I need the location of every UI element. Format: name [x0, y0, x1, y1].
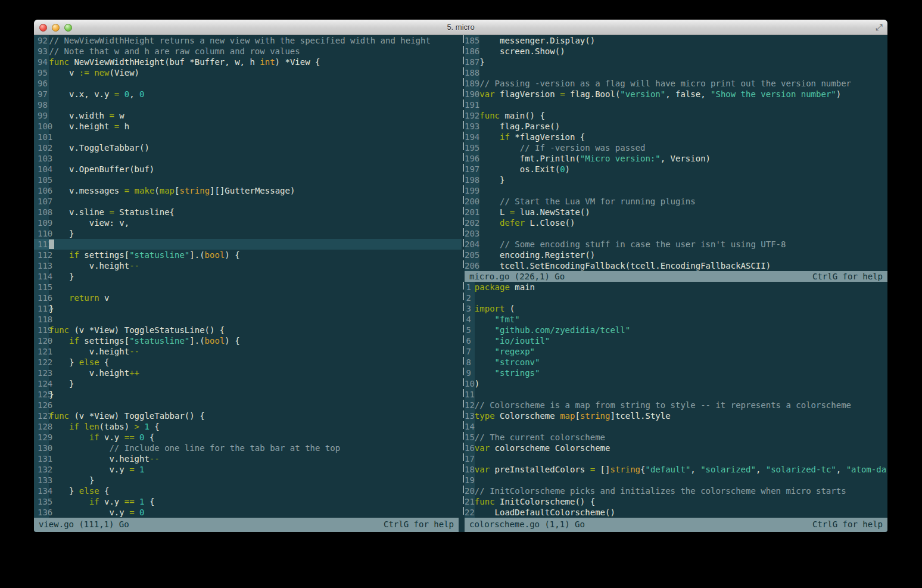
pane-micro-go[interactable]: 185 messenger.Display()186 screen.Show()…	[462, 35, 887, 271]
code-line[interactable]: 112 if settings["statusline"].(bool) {	[34, 250, 462, 260]
code-line[interactable]: 113 v.height--	[34, 260, 462, 271]
code-line[interactable]: 188	[462, 67, 887, 78]
code-line[interactable]: 133 }	[34, 475, 462, 486]
code-line[interactable]: 111	[34, 239, 462, 250]
code-line[interactable]: 105	[34, 175, 462, 185]
code-line[interactable]: 135 if v.y == 1 {	[34, 496, 462, 507]
code-line[interactable]: 134 } else {	[34, 486, 462, 496]
code-line[interactable]: 205 encoding.Register()	[462, 250, 887, 260]
code-line[interactable]: 122 } else {	[34, 357, 462, 368]
code-line[interactable]: 187}	[462, 57, 887, 67]
code-line[interactable]: 20// InitColorscheme picks and initializ…	[462, 486, 887, 496]
code-line[interactable]: 129 if v.y == 0 {	[34, 432, 462, 443]
code-line[interactable]: 189// Passing -version as a flag will ha…	[462, 78, 887, 89]
code-line[interactable]: 107	[34, 196, 462, 207]
code-line[interactable]: 121 v.height--	[34, 346, 462, 357]
code-line[interactable]: 198 }	[462, 175, 887, 185]
code-line[interactable]: 9 "strings"	[462, 368, 887, 378]
code-line[interactable]: 136 v.y = 0	[34, 507, 462, 518]
code-line[interactable]: 192func main() {	[462, 110, 887, 121]
code-line[interactable]: 11	[462, 389, 887, 400]
code-line[interactable]: 8 "strconv"	[462, 357, 887, 368]
code-line[interactable]: 125}	[34, 389, 462, 400]
code-line[interactable]: 19	[462, 475, 887, 486]
code-line[interactable]: 2	[462, 293, 887, 303]
code-line[interactable]: 93// Note that w and h are raw column an…	[34, 46, 462, 57]
code-line[interactable]: 12// Colorscheme is a map from string to…	[462, 400, 887, 410]
code-line[interactable]: 96	[34, 78, 462, 89]
code-line[interactable]: 186 screen.Show()	[462, 46, 887, 57]
code-line[interactable]: 200 // Start the Lua VM for running plug…	[462, 196, 887, 207]
zoom-button[interactable]	[64, 24, 72, 32]
code-line[interactable]: 201 L = lua.NewState()	[462, 207, 887, 217]
code-line[interactable]: 130 // Include one line for the tab bar …	[34, 443, 462, 453]
code-line[interactable]: 99 v.width = w	[34, 110, 462, 121]
code-line[interactable]: 131 v.height--	[34, 453, 462, 464]
code-line[interactable]: 202 defer L.Close()	[462, 217, 887, 228]
code-line[interactable]: 108 v.sline = Statusline{	[34, 207, 462, 217]
code-line[interactable]: 197 os.Exit(0)	[462, 164, 887, 175]
code-line[interactable]: 4 "fmt"	[462, 314, 887, 325]
code-text: // Include one line for the tab bar at t…	[49, 443, 462, 453]
code-line[interactable]: 6 "io/ioutil"	[462, 335, 887, 346]
code-line[interactable]: 95 v := new(View)	[34, 67, 462, 78]
code-line[interactable]: 193 flag.Parse()	[462, 121, 887, 132]
code-line[interactable]: 10)	[462, 378, 887, 389]
code-line[interactable]: 106 v.messages = make(map[string][]Gutte…	[34, 185, 462, 196]
code-line[interactable]: 128 if len(tabs) > 1 {	[34, 421, 462, 432]
code-line[interactable]: 101	[34, 132, 462, 142]
code-line[interactable]: 191	[462, 99, 887, 110]
pane-view-go[interactable]: 92// NewViewWidthHeight returns a new vi…	[34, 35, 462, 518]
code-line[interactable]: 203	[462, 228, 887, 239]
code-line[interactable]: 194 if *flagVersion {	[462, 132, 887, 142]
code-line[interactable]: 5 "github.com/zyedidia/tcell"	[462, 325, 887, 335]
code-line[interactable]: 104 v.OpenBuffer(buf)	[34, 164, 462, 175]
code-line[interactable]: 124 }	[34, 378, 462, 389]
code-line[interactable]: 132 v.y = 1	[34, 464, 462, 475]
code-line[interactable]: 196 fmt.Println("Micro version:", Versio…	[462, 153, 887, 164]
code-line[interactable]: 22 LoadDefaultColorscheme()	[462, 507, 887, 518]
close-button[interactable]	[39, 24, 47, 32]
code-line[interactable]: 109 view: v,	[34, 217, 462, 228]
code-line[interactable]: 15// The current colorscheme	[462, 432, 887, 443]
code-line[interactable]: 3import (	[462, 303, 887, 314]
code-line[interactable]: 100 v.height = h	[34, 121, 462, 132]
resize-icon[interactable]: ⤢	[876, 22, 883, 33]
code-line[interactable]: 116 return v	[34, 293, 462, 303]
code-line[interactable]: 16var colorscheme Colorscheme	[462, 443, 887, 453]
code-line[interactable]: 97 v.x, v.y = 0, 0	[34, 89, 462, 99]
code-line[interactable]: 110 }	[34, 228, 462, 239]
code-line[interactable]: 92// NewViewWidthHeight returns a new vi…	[34, 35, 462, 46]
code-line[interactable]: 1package main	[462, 282, 887, 293]
code-line[interactable]: 94func NewViewWidthHeight(buf *Buffer, w…	[34, 57, 462, 67]
code-line[interactable]: 115	[34, 282, 462, 293]
code-line[interactable]: 123 v.height++	[34, 368, 462, 378]
code-line[interactable]: 14	[462, 421, 887, 432]
line-number: 204	[465, 239, 479, 250]
code-line[interactable]: 206 tcell.SetEncodingFallback(tcell.Enco…	[462, 260, 887, 271]
code-line[interactable]: 120 if settings["statusline"].(bool) {	[34, 335, 462, 346]
code-line[interactable]: 204 // Some encoding stuff in case the u…	[462, 239, 887, 250]
code-line[interactable]: 18var preInstalledColors = []string{"def…	[462, 464, 887, 475]
code-line[interactable]: 7 "regexp"	[462, 346, 887, 357]
minimize-button[interactable]	[52, 24, 60, 32]
code-line[interactable]: 185 messenger.Display()	[462, 35, 887, 46]
code-line[interactable]: 117}	[34, 303, 462, 314]
line-number: 103	[34, 153, 49, 164]
code-line[interactable]: 98	[34, 99, 462, 110]
code-line[interactable]: 17	[462, 453, 887, 464]
code-line[interactable]: 13type Colorscheme map[string]tcell.Styl…	[462, 410, 887, 421]
code-line[interactable]: 103	[34, 153, 462, 164]
code-line[interactable]: 21func InitColorscheme() {	[462, 496, 887, 507]
code-line[interactable]: 190var flagVersion = flag.Bool("version"…	[462, 89, 887, 99]
code-line[interactable]: 195 // If -version was passed	[462, 142, 887, 153]
pane-colorscheme-go[interactable]: 1package main23import (4 "fmt"5 "github.…	[462, 282, 887, 518]
window-titlebar[interactable]: 5. micro ⤢	[34, 20, 887, 35]
code-line[interactable]: 119func (v *View) ToggleStatusLine() {	[34, 325, 462, 335]
code-line[interactable]: 127func (v *View) ToggleTabbar() {	[34, 410, 462, 421]
code-line[interactable]: 114 }	[34, 271, 462, 282]
code-line[interactable]: 118	[34, 314, 462, 325]
code-line[interactable]: 126	[34, 400, 462, 410]
code-line[interactable]: 199	[462, 185, 887, 196]
code-line[interactable]: 102 v.ToggleTabbar()	[34, 142, 462, 153]
